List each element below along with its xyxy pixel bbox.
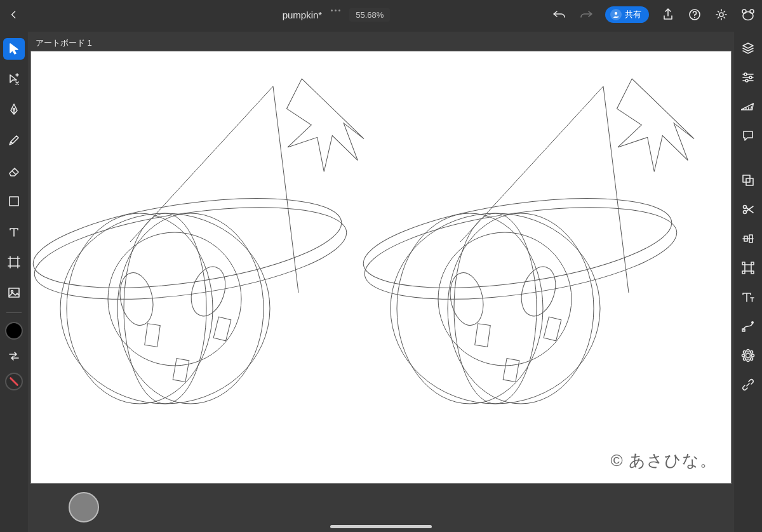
object-transform-icon[interactable] (739, 259, 757, 277)
svg-point-4 (719, 13, 723, 17)
pencil-tool[interactable] (3, 130, 25, 151)
top-bar: pumpkin* 55.68% 共有 (0, 0, 762, 29)
share-button[interactable]: 共有 (605, 6, 649, 23)
type-tool[interactable] (3, 221, 25, 243)
svg-point-14 (749, 76, 752, 79)
svg-rect-9 (10, 197, 18, 206)
svg-point-12 (11, 291, 13, 293)
artboard-label[interactable]: アートボード 1 (36, 37, 92, 49)
svg-point-30 (747, 350, 749, 352)
fill-color-swatch[interactable] (5, 322, 23, 340)
svg-point-8 (13, 109, 15, 110)
home-indicator (330, 525, 432, 528)
back-button[interactable] (6, 7, 22, 22)
svg-point-33 (752, 354, 754, 357)
canvas-stage[interactable]: アートボード 1 (28, 32, 734, 532)
svg-point-36 (744, 358, 746, 361)
svg-point-37 (751, 358, 753, 361)
stroke-color-swatch[interactable] (5, 373, 23, 390)
svg-rect-25 (742, 271, 745, 274)
artwork (31, 51, 731, 483)
type-panel-icon[interactable] (739, 288, 757, 306)
appearance-icon[interactable] (739, 347, 757, 364)
bear-icon[interactable] (740, 7, 756, 22)
link-icon[interactable] (739, 376, 757, 394)
pen-tool[interactable] (3, 99, 25, 121)
svg-point-32 (742, 354, 745, 357)
artboard[interactable]: © あさひな。 (30, 51, 732, 484)
help-icon[interactable] (687, 7, 702, 22)
svg-point-15 (745, 79, 748, 82)
toolbar-divider (6, 312, 22, 313)
properties-panel-icon[interactable] (739, 69, 757, 86)
layers-panel-icon[interactable] (739, 39, 757, 57)
svg-rect-23 (742, 262, 745, 265)
undo-icon[interactable] (552, 7, 567, 22)
swap-fill-stroke-icon[interactable] (6, 349, 22, 364)
copyright-text: © あさひな。 (611, 449, 717, 472)
svg-rect-22 (745, 265, 751, 271)
artboard-tool[interactable] (3, 251, 25, 273)
svg-point-0 (615, 12, 617, 15)
precision-panel-icon[interactable] (739, 98, 757, 116)
svg-point-29 (746, 354, 751, 358)
path-panel-icon[interactable] (739, 317, 757, 335)
share-user-icon (610, 9, 622, 20)
svg-point-28 (751, 321, 754, 324)
combine-shapes-icon[interactable] (739, 171, 757, 189)
shape-tool[interactable] (3, 190, 25, 212)
left-toolbar (0, 32, 28, 390)
svg-rect-24 (751, 262, 754, 265)
scissors-icon[interactable] (739, 201, 757, 218)
svg-point-7 (743, 12, 753, 20)
document-title[interactable]: pumpkin* (283, 10, 323, 20)
comments-panel-icon[interactable] (739, 127, 757, 145)
align-icon[interactable] (739, 230, 757, 248)
svg-rect-26 (751, 271, 754, 274)
svg-point-3 (694, 17, 695, 18)
svg-point-31 (747, 359, 749, 362)
selection-tool[interactable] (3, 38, 25, 60)
svg-rect-11 (9, 288, 19, 297)
eraser-tool[interactable] (3, 160, 25, 182)
direct-selection-tool[interactable] (3, 69, 25, 90)
share-button-label: 共有 (625, 9, 641, 20)
svg-point-35 (751, 351, 753, 354)
export-icon[interactable] (660, 7, 676, 22)
svg-rect-10 (10, 258, 18, 266)
redo-icon (578, 7, 594, 22)
svg-point-34 (744, 351, 746, 354)
document-menu-icon[interactable] (331, 10, 340, 11)
settings-icon[interactable] (714, 7, 729, 22)
svg-point-13 (744, 73, 747, 76)
recent-color-chip[interactable] (69, 492, 99, 522)
place-image-tool[interactable] (3, 282, 25, 303)
zoom-level[interactable]: 55.68% (349, 8, 390, 22)
right-toolbar (734, 32, 762, 394)
